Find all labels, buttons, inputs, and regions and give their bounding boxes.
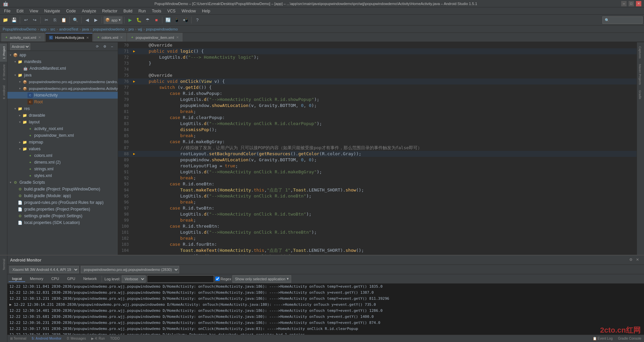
minimize-button[interactable]: – <box>621 1 627 6</box>
tree-item-java[interactable]: ▾ 📁 java <box>7 72 118 78</box>
tree-item-proguard[interactable]: 📄 proguard-rules.pro (ProGuard Rules for… <box>7 199 118 206</box>
panel-structure[interactable]: 2: Structure <box>0 62 7 83</box>
avd-manager-button[interactable]: 📲 <box>181 16 190 24</box>
tree-item-popup-item-xml[interactable]: ✦ popuwindow_item.xml <box>7 132 118 139</box>
tab-close-icon[interactable]: ✕ <box>176 36 179 39</box>
tab-colors-xml[interactable]: ✦ colors.xml ✕ <box>93 33 127 42</box>
android-monitor-tab[interactable]: 5: Android Monitor <box>32 337 61 340</box>
sdk-manager-button[interactable]: 📱 <box>173 16 181 24</box>
stop-button[interactable]: ■ <box>152 16 160 24</box>
tree-item-package2[interactable]: ▾ 📦 popupwindowdemo.pro.wjj.popupwindowd… <box>7 85 118 92</box>
tab-popupwindow-item-xml[interactable]: ✦ popupwindow_item.xml ✕ <box>127 33 182 42</box>
bc-item[interactable]: popupwindowdemo <box>146 27 178 31</box>
tab-homeactivity-java[interactable]: C HomeActivity.java ✕ <box>45 33 93 42</box>
tree-item-app[interactable]: ▾ 📦 app <box>7 52 118 58</box>
log-tab-gpu[interactable]: GPU <box>64 276 78 282</box>
tree-item-activity-root-xml[interactable]: ✦ activity_root.xml <box>7 125 118 132</box>
back-button[interactable]: ◀ <box>83 16 91 24</box>
help-button[interactable]: ? <box>193 16 201 24</box>
bc-item[interactable]: androidTest <box>59 27 78 31</box>
coverage-button[interactable]: ☂ <box>144 16 152 24</box>
bc-item[interactable]: pro <box>128 27 134 31</box>
tree-item-gradle-props[interactable]: 📄 gradle.properties (Project Properties) <box>7 206 118 213</box>
debug-button[interactable]: 🐛 <box>135 16 143 24</box>
panel-android[interactable]: 6: Android <box>0 83 7 102</box>
regex-checkbox[interactable] <box>215 277 220 281</box>
global-search-input[interactable] <box>602 16 643 24</box>
panel-project[interactable]: 1: Project <box>0 44 7 62</box>
code-editor[interactable]: 70 @Override 71▶ public void logic() { 7… <box>118 42 637 255</box>
device-selector[interactable]: Xiaomi MI 3W Android 4.4.4, API 19 <box>9 266 79 273</box>
menu-window[interactable]: Window <box>179 8 199 14</box>
gradle-sync-button[interactable]: 🔄 <box>164 16 172 24</box>
log-tab-memory[interactable]: Memory <box>26 276 47 282</box>
tree-item-local-props[interactable]: 📄 local.properties (SDK Location) <box>7 219 118 226</box>
tree-item-layout[interactable]: ▾ 📁 layout <box>7 119 118 125</box>
menu-tools[interactable]: Tools <box>149 8 164 14</box>
tab-close-icon[interactable]: ✕ <box>38 36 41 39</box>
copy-button[interactable]: ⎘ <box>51 16 59 24</box>
panel-gradle[interactable]: Gradle <box>637 88 644 102</box>
tree-item-res[interactable]: ▾ 📁 res <box>7 105 118 112</box>
log-level-selector[interactable]: Verbose Debug Info Warn Error <box>122 275 146 283</box>
collapse-button[interactable]: – <box>109 44 115 50</box>
event-log[interactable]: 📋 Event Log <box>593 337 613 340</box>
tree-item-colors[interactable]: ✦ colors.xml <box>7 152 118 159</box>
search-button[interactable]: 🔍 <box>71 16 79 24</box>
menu-analyze[interactable]: Analyze <box>79 8 99 14</box>
tree-item-build-gradle-project[interactable]: ⚙ build.gradle (Project: PopupWindowDemo… <box>7 186 118 192</box>
tree-item-styles[interactable]: ✦ styles.xml <box>7 172 118 179</box>
show-only-selected-button[interactable]: Show only selected application ▾ <box>232 275 291 283</box>
maximize-button[interactable]: □ <box>629 1 634 6</box>
tree-item-mipmap[interactable]: ▸ 📁 mipmap <box>7 139 118 146</box>
tree-item-dimens[interactable]: ✦ dimens.xml (2) <box>7 159 118 166</box>
close-icon[interactable]: ✕ <box>636 258 641 263</box>
menu-help[interactable]: Help <box>199 8 213 14</box>
menu-view[interactable]: View <box>27 8 41 14</box>
gradle-console[interactable]: Gradle Console <box>618 337 641 340</box>
tree-item-gradle-scripts[interactable]: ▾ ⚙ Gradle Scripts <box>7 179 118 186</box>
bc-item[interactable]: PopupWindowDemo <box>3 27 36 31</box>
paste-button[interactable]: 📋 <box>60 16 68 24</box>
menu-run[interactable]: Run <box>136 8 149 14</box>
sync-button[interactable]: ⟳ <box>94 44 100 50</box>
bc-item[interactable]: app <box>40 27 46 31</box>
run-tab[interactable]: ▶ 4: Run <box>91 337 105 340</box>
process-selector[interactable]: popupwindowdemo.pro.wjj.popupwindowdemo … <box>81 266 179 273</box>
tree-item-androidmanifest[interactable]: 🤖 AndroidManifest.xml <box>7 65 118 72</box>
log-tab-logcat[interactable]: logcat <box>9 276 25 282</box>
panel-captures[interactable]: Captures <box>637 44 644 61</box>
log-tab-network[interactable]: Network <box>80 276 100 282</box>
tab-activity-root-xml[interactable]: ✦ activity_root.xml ✕ <box>1 33 45 42</box>
tab-close-icon[interactable]: ✕ <box>120 36 123 39</box>
log-tab-cpu[interactable]: CPU <box>48 276 62 282</box>
tree-item-homeactivity[interactable]: C HomeActivity <box>7 92 118 99</box>
tab-close-icon[interactable]: ✕ <box>86 36 89 40</box>
panel-maven-projects[interactable]: Maven Projects <box>637 61 644 88</box>
tree-item-strings[interactable]: ✦ strings.xml <box>7 166 118 172</box>
tree-item-build-gradle-app[interactable]: ⚙ build.gradle (Module: app) <box>7 192 118 199</box>
close-button[interactable]: ✕ <box>636 1 641 6</box>
menu-edit[interactable]: Edit <box>14 8 26 14</box>
open-button[interactable]: 📁 <box>1 16 9 24</box>
bc-item[interactable]: wjj <box>138 27 142 31</box>
menu-file[interactable]: File <box>1 8 13 14</box>
menu-vcs[interactable]: VCS <box>165 8 178 14</box>
menu-navigate[interactable]: Navigate <box>42 8 63 14</box>
todo-tab[interactable]: TODO <box>110 337 120 340</box>
tree-item-manifests[interactable]: ▾ 📁 manifests <box>7 58 118 65</box>
panel-terminal[interactable]: Terminal <box>0 257 7 272</box>
module-selector[interactable]: 📦 app ▾ <box>104 16 122 24</box>
menu-code[interactable]: Code <box>63 8 78 14</box>
cut-button[interactable]: ✂ <box>42 16 50 24</box>
undo-button[interactable]: ↩ <box>22 16 30 24</box>
log-search-input[interactable] <box>147 275 214 283</box>
menu-refactor[interactable]: Refactor <box>100 8 120 14</box>
menu-build[interactable]: Build <box>121 8 135 14</box>
tree-item-root[interactable]: C Root <box>7 99 118 105</box>
settings-button[interactable]: ⚙ <box>102 44 108 50</box>
bc-item[interactable]: java <box>82 27 89 31</box>
settings-icon[interactable]: ⚙ <box>629 258 635 263</box>
tree-item-drawable[interactable]: ▸ 📁 drawable <box>7 112 118 119</box>
messages-tab[interactable]: 0: Messages <box>67 337 86 340</box>
